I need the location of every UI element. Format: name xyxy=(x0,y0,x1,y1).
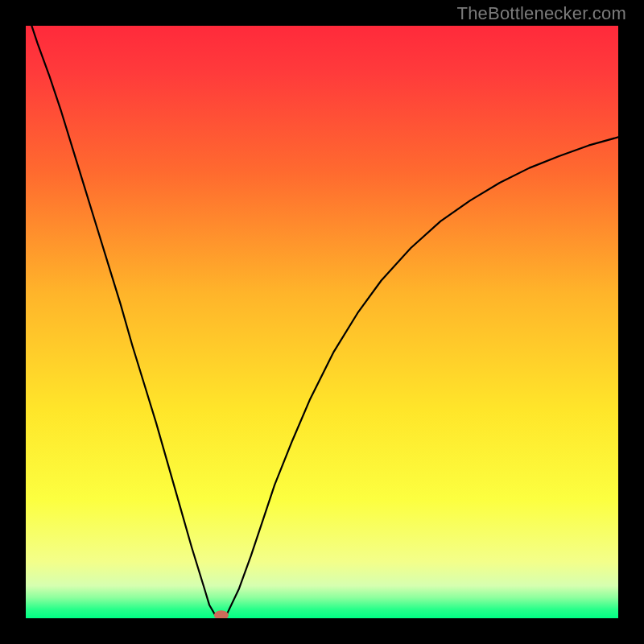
watermark-text: TheBottlenecker.com xyxy=(457,3,626,24)
plot-area xyxy=(26,26,618,618)
chart-frame: TheBottlenecker.com xyxy=(0,0,644,644)
gradient-background xyxy=(26,26,618,618)
chart-svg xyxy=(26,26,618,618)
